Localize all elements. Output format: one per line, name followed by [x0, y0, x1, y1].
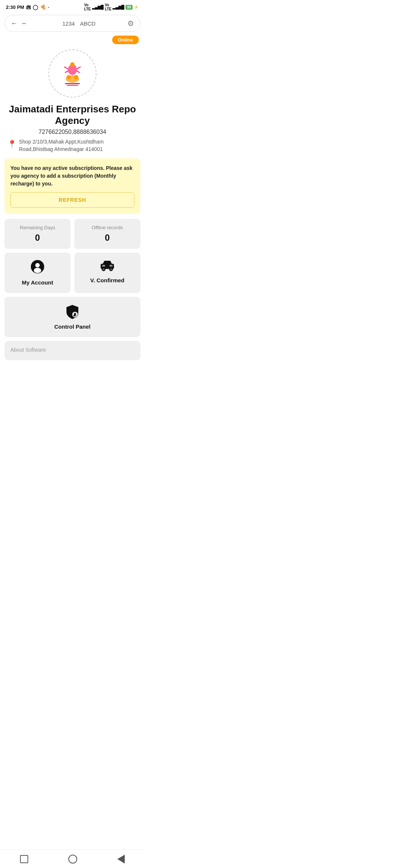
svg-rect-10 [67, 85, 78, 86]
control-panel-label: Control Panel [54, 323, 91, 330]
svg-point-20 [103, 269, 104, 270]
logo-circle [48, 49, 97, 98]
address-text: Shop 2/10/3,Mahak Appt,Kushtdham Road,Bh… [19, 138, 137, 153]
online-badge-row: Online [0, 34, 145, 46]
url-code: 1234 [62, 20, 75, 27]
svg-marker-15 [103, 261, 112, 264]
offline-records-label: Offline records [92, 225, 123, 230]
account-icon [31, 260, 44, 276]
network-bars-1: ▂▄▆█ [92, 5, 104, 10]
online-badge: Online [112, 36, 139, 44]
shield-admin-icon: @ [65, 304, 80, 320]
vpn-icon: ◯ [33, 4, 38, 10]
company-address: 📍 Shop 2/10/3,Mahak Appt,Kushtdham Road,… [7, 138, 137, 153]
svg-point-12 [35, 263, 40, 267]
status-bar: 2:30 PM 🖄 ◯ 🍕 · VoLTE ▂▄▆█ VoLTE ▂▄▆█ 99… [0, 0, 145, 13]
browser-bar: ← ↔ 1234 ABCD ⚙ [4, 15, 140, 32]
charging-icon: ⚡ [134, 5, 139, 10]
whatsapp-icon: 🖄 [26, 4, 31, 10]
stats-grid: Remaining Days 0 Offline records 0 [4, 219, 140, 249]
network-bars-2: ▂▄▆█ [113, 5, 124, 10]
back-button[interactable]: ← [11, 20, 17, 27]
svg-point-21 [111, 269, 112, 270]
remaining-days-label: Remaining Days [20, 225, 55, 230]
svg-line-4 [65, 70, 69, 73]
menu-grid: My Account V. Confirmed [4, 253, 140, 293]
v-confirmed-label: V. Confirmed [90, 277, 124, 283]
svg-point-1 [70, 62, 75, 67]
control-panel-card[interactable]: @ Control Panel [4, 297, 140, 337]
svg-text:@: @ [75, 314, 78, 318]
svg-line-5 [76, 70, 80, 73]
car-icon [100, 260, 115, 274]
my-account-label: My Account [22, 279, 53, 286]
svg-point-8 [74, 75, 78, 79]
about-label: About Software [10, 347, 134, 353]
company-phone: 7276622050,8888636034 [0, 129, 145, 135]
v-confirmed-card[interactable]: V. Confirmed [74, 253, 140, 293]
offline-records-card[interactable]: Offline records 0 [74, 219, 140, 249]
settings-icon[interactable]: ⚙ [127, 19, 134, 28]
battery-indicator: 99 [125, 5, 133, 10]
location-pin-icon: 📍 [7, 139, 17, 149]
my-account-card[interactable]: My Account [4, 253, 71, 293]
remaining-days-value: 0 [35, 233, 40, 243]
svg-rect-9 [65, 83, 80, 84]
remaining-days-card[interactable]: Remaining Days 0 [4, 219, 71, 249]
svg-line-3 [77, 67, 81, 69]
company-name: Jaimatadi Enterprises Repo Agency [0, 103, 145, 126]
url-site: ABCD [80, 20, 95, 27]
company-logo [56, 57, 89, 90]
svg-rect-16 [102, 265, 105, 267]
offline-records-value: 0 [105, 233, 110, 243]
volte-label: VoLTE [84, 3, 91, 11]
svg-point-13 [34, 268, 41, 273]
subscription-message: You have no any active subscriptions. Pl… [10, 164, 134, 188]
app-icon: 🍕 [40, 4, 46, 10]
about-section: About Software [4, 341, 140, 360]
status-right: VoLTE ▂▄▆█ VoLTE ▂▄▆█ 99 ⚡ [84, 3, 139, 11]
logo-section [0, 49, 145, 98]
time-display: 2:30 PM [6, 4, 24, 10]
refresh-button[interactable]: REFRESH [10, 192, 134, 208]
status-left: 2:30 PM 🖄 ◯ 🍕 · [6, 4, 49, 10]
svg-point-7 [66, 75, 71, 79]
dot-icon: · [48, 4, 49, 10]
subscription-box: You have no any active subscriptions. Pl… [4, 158, 140, 214]
svg-line-2 [64, 67, 68, 69]
svg-rect-17 [110, 265, 113, 267]
url-display: 1234 ABCD [30, 20, 124, 27]
volte-label-2: VoLTE [105, 3, 111, 11]
nav-arrows[interactable]: ↔ [21, 20, 27, 27]
